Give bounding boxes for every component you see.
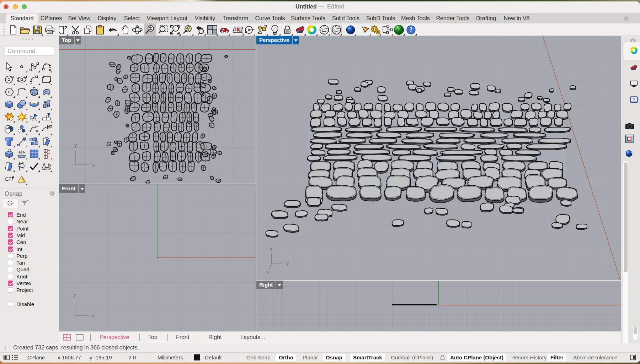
svg-text:x: x — [266, 269, 269, 275]
svg-text:x: x — [92, 162, 95, 168]
svg-text:z: z — [74, 292, 76, 298]
svg-text:z: z — [270, 246, 272, 252]
svg-text:x: x — [91, 313, 94, 319]
svg-text:?: ? — [410, 26, 413, 33]
svg-text:y: y — [286, 260, 289, 266]
svg-text:?: ? — [633, 97, 635, 102]
svg-text:y: y — [74, 142, 77, 148]
